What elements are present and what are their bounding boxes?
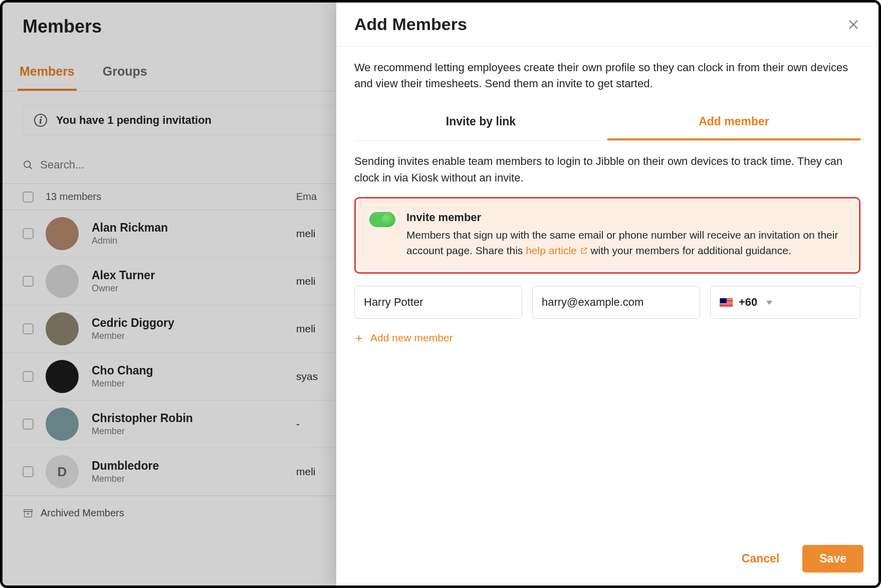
row-role: Member [92,426,193,437]
save-button[interactable]: Save [802,545,863,572]
row-checkbox[interactable] [23,228,34,239]
row-role: Admin [92,236,168,246]
column-count: 13 members [46,191,296,203]
add-new-member-button[interactable]: Add new member [354,332,860,344]
avatar [46,408,79,441]
invite-member-callout: Invite member Members that sign up with … [354,197,860,274]
member-email-field[interactable] [542,296,691,309]
tab-invite-by-link[interactable]: Invite by link [354,106,607,140]
row-name: Christopher Robin [92,412,193,425]
member-name-field[interactable] [364,296,513,309]
row-checkbox[interactable] [23,466,34,477]
search-icon [23,159,33,171]
row-name: Dumbledore [92,459,159,473]
row-name: Cho Chang [92,364,153,377]
row-role: Member [92,331,174,341]
modal-note: Sending invites enable team members to l… [354,153,860,186]
pending-invitation-text: You have 1 pending invitation [56,114,211,127]
add-members-modal: Add Members We recommend letting employe… [336,3,878,585]
avatar [46,360,79,393]
cancel-button[interactable]: Cancel [731,546,790,571]
avatar [46,265,79,298]
modal-tabs: Invite by link Add member [354,106,860,141]
svg-point-0 [24,161,30,167]
row-role: Member [92,474,159,484]
member-email-input[interactable] [532,286,700,319]
plus-icon [354,333,363,342]
row-role: Owner [92,283,155,294]
help-article-link[interactable]: help article [526,245,587,256]
invite-callout-body: Members that sign up with the same email… [406,227,845,259]
chevron-down-icon [766,301,772,305]
row-checkbox[interactable] [23,371,34,382]
member-name-input[interactable] [354,286,522,319]
select-all-checkbox[interactable] [23,191,34,203]
modal-description: We recommend letting employees create th… [354,60,860,92]
search-input[interactable] [23,158,179,171]
archived-members-label: Archived Members [41,507,124,519]
row-checkbox[interactable] [23,276,34,287]
row-checkbox[interactable] [23,419,34,430]
avatar: D [46,455,79,488]
row-checkbox[interactable] [23,323,34,334]
modal-title: Add Members [354,15,467,34]
search-field[interactable] [40,158,179,171]
tab-groups[interactable]: Groups [101,56,149,91]
avatar [46,217,79,250]
dial-code: +60 [739,296,757,309]
row-name: Cedric Diggory [92,316,174,330]
tab-members[interactable]: Members [18,56,77,91]
svg-line-1 [30,166,32,169]
close-icon [846,18,860,32]
info-icon: i [34,114,47,127]
external-link-icon [580,243,588,251]
row-role: Member [92,378,153,389]
row-name: Alex Turner [92,269,155,282]
flag-icon [720,298,733,307]
invite-callout-title: Invite member [406,211,845,224]
add-new-member-label: Add new member [370,332,453,344]
member-phone-country-select[interactable]: +60 [710,286,860,319]
archive-icon [23,508,34,519]
invite-member-toggle[interactable] [369,212,395,227]
row-name: Alan Rickman [92,221,168,235]
tab-add-member[interactable]: Add member [607,106,860,140]
avatar [46,312,79,345]
close-button[interactable] [846,18,860,32]
